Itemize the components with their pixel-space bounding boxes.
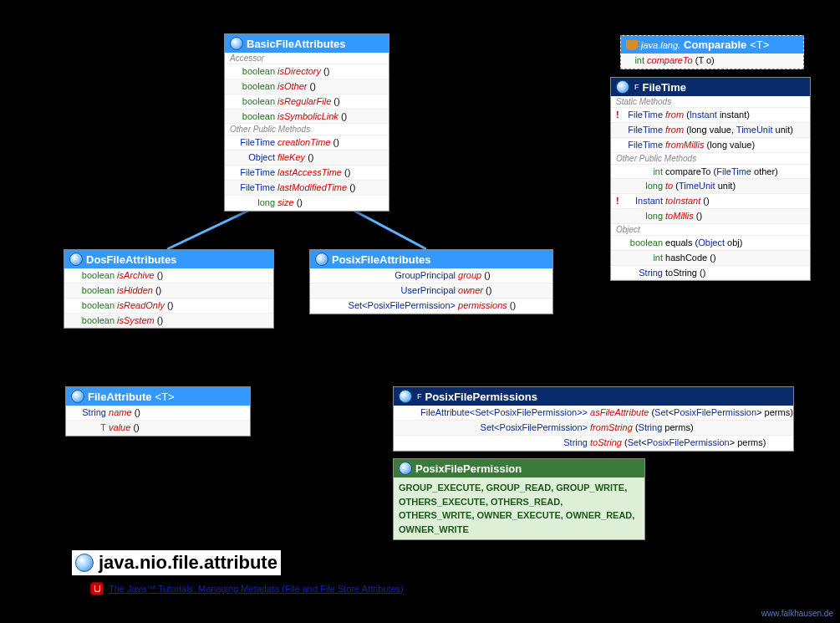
method-row: int compareTo (FileTime other)	[611, 165, 810, 180]
method-row: String toString ()	[611, 266, 810, 281]
method-row: long toMillis ()	[611, 209, 810, 224]
method-row: int hashCode ()	[611, 251, 810, 266]
method-row: FileTime fromMillis (long value)	[611, 138, 810, 153]
method-row: FileTime lastModifiedTime ()	[225, 181, 389, 196]
interface-icon	[315, 253, 328, 266]
posix-title: PosixFileAttributes	[310, 250, 552, 268]
method-row: int compareTo (T o)	[621, 54, 803, 69]
title-text: PosixFileAttributes	[332, 253, 430, 266]
interface-icon	[71, 390, 84, 403]
title-text: DosFileAttributes	[86, 253, 176, 266]
method-row: boolean equals (Object obj)	[611, 236, 810, 251]
filetime-title: F FileTime	[611, 78, 810, 96]
method-row: !Instant toInstant ()	[611, 194, 810, 209]
permenum-title: PosixFilePermission	[394, 459, 644, 477]
basic-file-attributes-box: BasicFileAttributes Accessor boolean isD…	[224, 33, 389, 212]
title-text: PosixFilePermission	[415, 462, 522, 475]
tutorial-link[interactable]: The Java™ Tutorials: Managing Metadata (…	[90, 582, 404, 595]
method-row: boolean isOther ()	[225, 79, 389, 94]
interface-icon	[69, 253, 83, 266]
section-other: Other Public Methods	[225, 124, 389, 135]
class-icon	[399, 390, 412, 403]
method-row: !FileTime from (Instant instant)	[611, 108, 810, 123]
method-row: boolean isSymbolicLink ()	[225, 110, 389, 125]
package-icon	[75, 554, 94, 572]
enum-values: GROUP_EXECUTE, GROUP_READ, GROUP_WRITE, …	[394, 477, 644, 539]
enum-icon	[399, 462, 412, 475]
title-text: BasicFileAttributes	[247, 38, 345, 50]
title-text: Comparable	[684, 38, 746, 51]
section-static: Static Methods	[611, 96, 810, 108]
title-text: FileAttribute	[88, 391, 152, 403]
final-badge: F	[634, 83, 639, 91]
comparable-box: java.lang. Comparable <T> int compareTo …	[620, 35, 804, 69]
method-row: Object fileKey ()	[225, 151, 389, 166]
pkg-prefix: java.lang.	[641, 40, 680, 50]
class-icon	[616, 80, 629, 94]
dos-title: DosFileAttributes	[64, 250, 273, 268]
method-row: long size ()	[225, 196, 389, 211]
filetime-box: F FileTime Static Methods !FileTime from…	[610, 77, 811, 281]
perms-title: F PosixFilePermissions	[394, 387, 793, 406]
posix-file-permissions-box: F PosixFilePermissions FileAttribute<Set…	[393, 386, 794, 452]
footer-link[interactable]: www.falkhausen.de	[761, 609, 833, 618]
method-row: boolean isHidden ()	[64, 283, 273, 299]
method-row: boolean isSystem ()	[64, 314, 273, 329]
title-text: FileTime	[643, 81, 687, 94]
java-cup-icon	[626, 40, 638, 50]
posix-file-permission-enum-box: PosixFilePermission GROUP_EXECUTE, GROUP…	[393, 458, 645, 540]
file-attribute-box: FileAttribute <T> String name ()T value …	[65, 386, 251, 437]
method-row: FileTime from (long value, TimeUnit unit…	[611, 123, 810, 138]
method-row: long to (TimeUnit unit)	[611, 179, 810, 194]
method-row: Set<PosixFilePermission> fromString (Str…	[394, 421, 793, 436]
method-row: UserPrincipal owner ()	[310, 283, 552, 299]
generic: <T>	[750, 38, 769, 51]
generic: <T>	[155, 391, 175, 403]
method-row: boolean isReadOnly ()	[64, 299, 273, 314]
interface-icon	[230, 37, 243, 50]
method-row: String name ()	[66, 406, 250, 421]
section-other: Other Public Methods	[611, 153, 810, 165]
fileattr-title: FileAttribute <T>	[66, 387, 250, 406]
final-badge: F	[417, 392, 422, 401]
section-object: Object	[611, 224, 810, 236]
package-name: java.nio.file.attribute	[99, 552, 277, 574]
section-accessor: Accessor	[225, 53, 389, 64]
method-row: FileTime creationTime ()	[225, 135, 389, 151]
method-row: T value ()	[66, 421, 250, 436]
method-row: GroupPrincipal group ()	[310, 268, 552, 283]
tutorial-text: The Java™ Tutorials: Managing Metadata (…	[109, 584, 404, 594]
method-row: FileTime lastAccessTime ()	[225, 166, 389, 181]
method-row: boolean isArchive ()	[64, 268, 273, 283]
dos-file-attributes-box: DosFileAttributes boolean isArchive ()bo…	[64, 249, 274, 329]
method-row: boolean isDirectory ()	[225, 64, 389, 79]
oracle-icon	[90, 582, 104, 595]
basic-title: BasicFileAttributes	[225, 34, 389, 53]
comparable-title: java.lang. Comparable <T>	[621, 36, 803, 54]
method-row: FileAttribute<Set<PosixFilePermission>> …	[394, 406, 793, 421]
method-row: Set<PosixFilePermission> permissions ()	[310, 299, 552, 314]
title-text: PosixFilePermissions	[425, 391, 537, 403]
package-title: java.nio.file.attribute	[72, 550, 281, 575]
method-row: boolean isRegularFile ()	[225, 94, 389, 110]
method-row: String toString (Set<PosixFilePermission…	[394, 436, 793, 451]
posix-file-attributes-box: PosixFileAttributes GroupPrincipal group…	[309, 249, 553, 314]
